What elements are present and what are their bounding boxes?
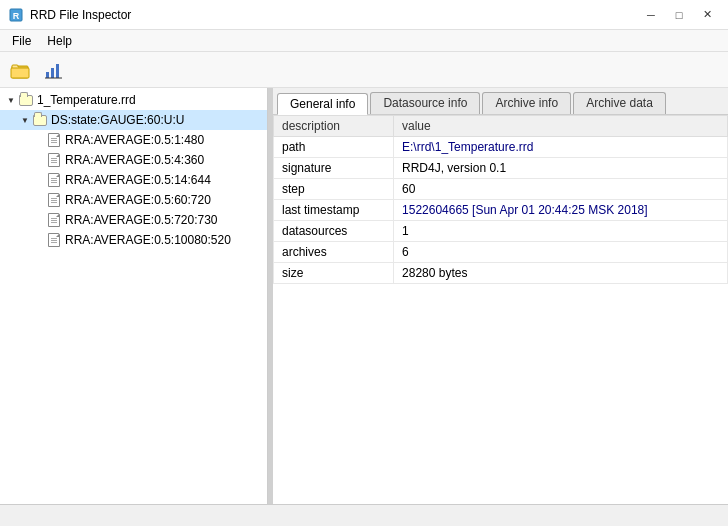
cell-description: path <box>274 137 394 158</box>
cell-description: datasources <box>274 221 394 242</box>
tree-item-ds[interactable]: ▼ DS:state:GAUGE:60:U:U <box>0 110 267 130</box>
file-icon-rra-0 <box>46 132 62 148</box>
table-row: datasources1 <box>274 221 728 242</box>
tree-item-rra-0[interactable]: ▶ RRA:AVERAGE:0.5:1:480 <box>0 130 267 150</box>
tree-label-root: 1_Temperature.rrd <box>37 93 136 107</box>
tree-root: ▼ 1_Temperature.rrd ▼ DS:state:GAUGE:60:… <box>0 88 267 252</box>
folder-icon-root <box>18 92 34 108</box>
cell-value: 60 <box>394 179 728 200</box>
svg-rect-6 <box>56 64 59 78</box>
tab-datasource[interactable]: Datasource info <box>370 92 480 114</box>
cell-value: E:\rrd\1_Temperature.rrd <box>394 137 728 158</box>
tree-toggle-root: ▼ <box>4 93 18 107</box>
table-row: signatureRRD4J, version 0.1 <box>274 158 728 179</box>
svg-rect-4 <box>46 72 49 78</box>
tree-label-rra-1: RRA:AVERAGE:0.5:4:360 <box>65 153 204 167</box>
tree-label-rra-3: RRA:AVERAGE:0.5:60:720 <box>65 193 211 207</box>
tree-item-rra-3[interactable]: ▶ RRA:AVERAGE:0.5:60:720 <box>0 190 267 210</box>
file-icon-rra-4 <box>46 212 62 228</box>
table-panel: description value pathE:\rrd\1_Temperatu… <box>273 115 728 504</box>
folder-icon-ds <box>32 112 48 128</box>
table-row: last timestamp1522604665 [Sun Apr 01 20:… <box>274 200 728 221</box>
tab-general[interactable]: General info <box>277 93 368 115</box>
tree-label-rra-5: RRA:AVERAGE:0.5:10080:520 <box>65 233 231 247</box>
cell-description: step <box>274 179 394 200</box>
tree-item-rra-4[interactable]: ▶ RRA:AVERAGE:0.5:720:730 <box>0 210 267 230</box>
tab-archive-data[interactable]: Archive data <box>573 92 666 114</box>
cell-description: archives <box>274 242 394 263</box>
tree-label-rra-2: RRA:AVERAGE:0.5:14:644 <box>65 173 211 187</box>
menu-bar: File Help <box>0 30 728 52</box>
table-row: pathE:\rrd\1_Temperature.rrd <box>274 137 728 158</box>
tree-item-rra-1[interactable]: ▶ RRA:AVERAGE:0.5:4:360 <box>0 150 267 170</box>
tree-label-rra-0: RRA:AVERAGE:0.5:1:480 <box>65 133 204 147</box>
title-bar: R RRD File Inspector ─ □ ✕ <box>0 0 728 30</box>
tab-bar: General info Datasource info Archive inf… <box>273 88 728 115</box>
table-row: size28280 bytes <box>274 263 728 284</box>
title-bar-left: R RRD File Inspector <box>8 7 131 23</box>
app-icon: R <box>8 7 24 23</box>
window-title: RRD File Inspector <box>30 8 131 22</box>
tree-panel: ▼ 1_Temperature.rrd ▼ DS:state:GAUGE:60:… <box>0 88 268 504</box>
col-header-value: value <box>394 116 728 137</box>
tree-label-ds: DS:state:GAUGE:60:U:U <box>51 113 184 127</box>
cell-value: 28280 bytes <box>394 263 728 284</box>
tree-toggle-ds: ▼ <box>18 113 32 127</box>
cell-description: size <box>274 263 394 284</box>
file-icon-rra-3 <box>46 192 62 208</box>
maximize-button[interactable]: □ <box>666 5 692 25</box>
tab-archive-info[interactable]: Archive info <box>482 92 571 114</box>
table-row: step60 <box>274 179 728 200</box>
tree-item-root[interactable]: ▼ 1_Temperature.rrd <box>0 90 267 110</box>
folder-open-icon <box>10 60 30 80</box>
file-icon-rra-2 <box>46 172 62 188</box>
info-table: description value pathE:\rrd\1_Temperatu… <box>273 115 728 284</box>
right-panel: General info Datasource info Archive inf… <box>273 88 728 504</box>
menu-help[interactable]: Help <box>39 30 80 51</box>
menu-file[interactable]: File <box>4 30 39 51</box>
file-icon-rra-1 <box>46 152 62 168</box>
main-content: ▼ 1_Temperature.rrd ▼ DS:state:GAUGE:60:… <box>0 88 728 504</box>
cell-value: RRD4J, version 0.1 <box>394 158 728 179</box>
tree-item-rra-2[interactable]: ▶ RRA:AVERAGE:0.5:14:644 <box>0 170 267 190</box>
minimize-button[interactable]: ─ <box>638 5 664 25</box>
open-button[interactable] <box>4 56 36 84</box>
svg-text:R: R <box>13 11 20 21</box>
stats-button[interactable] <box>38 56 70 84</box>
col-header-description: description <box>274 116 394 137</box>
svg-rect-5 <box>51 68 54 78</box>
toolbar <box>0 52 728 88</box>
cell-value: 1522604665 [Sun Apr 01 20:44:25 MSK 2018… <box>394 200 728 221</box>
chart-icon <box>44 60 64 80</box>
close-button[interactable]: ✕ <box>694 5 720 25</box>
cell-value: 6 <box>394 242 728 263</box>
svg-rect-3 <box>11 68 29 78</box>
cell-description: last timestamp <box>274 200 394 221</box>
cell-description: signature <box>274 158 394 179</box>
file-icon-rra-5 <box>46 232 62 248</box>
window-controls: ─ □ ✕ <box>638 5 720 25</box>
tree-item-rra-5[interactable]: ▶ RRA:AVERAGE:0.5:10080:520 <box>0 230 267 250</box>
status-bar <box>0 504 728 526</box>
tree-label-rra-4: RRA:AVERAGE:0.5:720:730 <box>65 213 218 227</box>
cell-value: 1 <box>394 221 728 242</box>
table-row: archives6 <box>274 242 728 263</box>
